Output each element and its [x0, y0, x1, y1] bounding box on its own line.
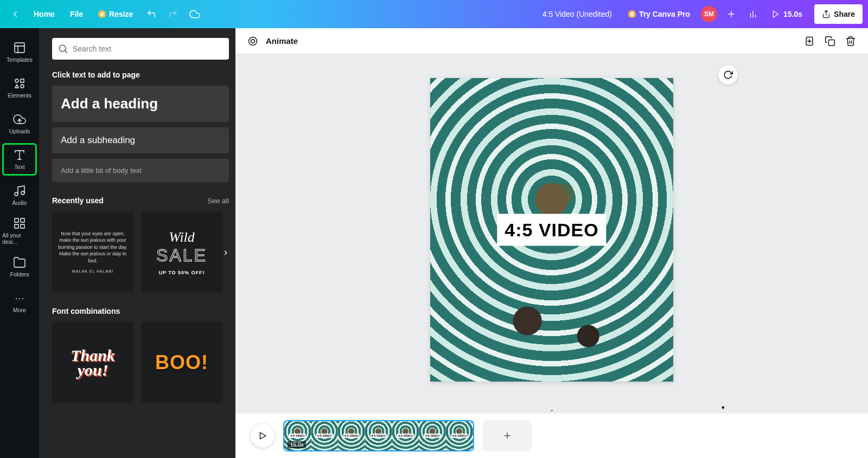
rail-folders-label: Folders: [10, 271, 29, 278]
svg-rect-18: [21, 218, 24, 222]
resize-label: Resize: [109, 10, 133, 18]
home-button[interactable]: Home: [27, 4, 61, 24]
preview-duration-button[interactable]: 15.0s: [765, 4, 809, 24]
cloud-sync-icon[interactable]: [185, 4, 205, 24]
recent-template-sale[interactable]: Wild SALE UP TO 50% OFF!: [141, 211, 222, 293]
svg-rect-11: [21, 79, 24, 82]
svg-rect-19: [21, 224, 24, 228]
collapse-timeline-button[interactable]: ⌄: [549, 405, 554, 413]
svg-point-10: [15, 79, 18, 82]
rail-text[interactable]: Text: [2, 143, 37, 176]
duplicate-page-button[interactable]: [822, 34, 838, 49]
timeline-clip[interactable]: 4:5 VIDEO 4:5 VIDEO 4:5 VIDEO 4:5 VIDEO …: [283, 420, 474, 451]
try-pro-label: Try Canva Pro: [639, 10, 690, 18]
rail-folders[interactable]: Folders: [2, 250, 37, 283]
play-button[interactable]: [251, 424, 275, 448]
rail-text-label: Text: [14, 164, 24, 170]
rail-uploads[interactable]: Uploads: [2, 107, 37, 140]
svg-marker-29: [260, 433, 266, 439]
see-all-recent-link[interactable]: See all: [207, 197, 229, 205]
svg-point-24: [251, 39, 255, 43]
text-panel: Click text to add to page Add a heading …: [39, 28, 235, 458]
canvas-wrap[interactable]: 4:5 VIDEO: [235, 54, 868, 405]
clip-frame: 4:5 VIDEO: [419, 421, 446, 450]
add-heading-button[interactable]: Add a heading: [52, 86, 229, 122]
sale-cursive: Wild: [169, 229, 195, 246]
add-scene-button[interactable]: +: [483, 420, 532, 451]
topbar: Home File ♛ Resize 4:5 Video (Unedited) …: [0, 0, 868, 28]
share-button[interactable]: Share: [814, 4, 863, 24]
rail-elements-label: Elements: [8, 92, 31, 99]
animate-label[interactable]: Animate: [266, 36, 298, 46]
svg-marker-12: [15, 85, 18, 88]
undo-button[interactable]: [142, 4, 161, 24]
sale-sub: UP TO 50% OFF!: [158, 270, 205, 275]
side-rail: Templates Elements Uploads Text Audio Al…: [0, 28, 39, 458]
user-avatar[interactable]: SM: [701, 6, 717, 22]
redo-button[interactable]: [163, 4, 183, 24]
document-title[interactable]: 4:5 Video (Unedited): [535, 10, 620, 18]
svg-rect-17: [15, 218, 18, 222]
svg-rect-7: [15, 43, 24, 53]
clip-frame: 4:5 VIDEO: [446, 421, 473, 450]
svg-point-21: [59, 45, 66, 51]
delete-page-button[interactable]: [843, 34, 858, 49]
more-icon: ⋯: [13, 292, 26, 305]
clip-frame: 4:5 VIDEO: [365, 421, 392, 450]
add-body-button[interactable]: Add a little bit of body text: [52, 159, 229, 182]
search-text-field[interactable]: [73, 44, 224, 53]
font-combo-boo[interactable]: BOO!: [141, 322, 222, 403]
canvas-text-label[interactable]: 4:5 VIDEO: [497, 214, 606, 246]
font-combo-thankyou[interactable]: Thank you!: [52, 322, 133, 403]
add-subheading-button[interactable]: Add a subheading: [52, 127, 229, 153]
rail-all-designs[interactable]: All your desi...: [2, 215, 37, 247]
quote-author: MALAK EL HALABI: [72, 269, 113, 274]
crown-icon: ♛: [628, 10, 636, 18]
canvas[interactable]: 4:5 VIDEO: [430, 78, 673, 382]
clip-frame: 4:5 VIDEO: [392, 421, 419, 450]
duration-label: 15.0s: [783, 10, 802, 18]
playhead-marker-icon[interactable]: ♦: [722, 404, 725, 410]
rail-all-designs-label: All your desi...: [2, 232, 37, 245]
rail-uploads-label: Uploads: [9, 128, 30, 134]
font-combo-row: Thank you! BOO!: [52, 322, 229, 403]
try-pro-button[interactable]: ♛ Try Canva Pro: [622, 4, 697, 24]
svg-rect-20: [15, 224, 18, 228]
svg-point-23: [249, 37, 257, 45]
crown-icon: ♛: [98, 10, 106, 18]
quote-text: Now that your eyes are open, make the su…: [58, 230, 128, 265]
click-hint-label: Click text to add to page: [52, 70, 229, 79]
recent-template-quote[interactable]: Now that your eyes are open, make the su…: [52, 211, 133, 293]
recent-next-button[interactable]: ›: [219, 241, 232, 263]
svg-rect-28: [829, 40, 835, 46]
rail-templates-label: Templates: [7, 56, 33, 63]
context-toolbar: Animate: [235, 28, 868, 54]
animate-icon[interactable]: [245, 34, 260, 49]
rail-more[interactable]: ⋯ More: [2, 286, 37, 319]
search-text-input[interactable]: [52, 38, 229, 60]
font-combos-title: Font combinations: [52, 307, 120, 315]
resize-button[interactable]: ♛ Resize: [92, 4, 139, 24]
rail-audio-label: Audio: [12, 199, 27, 206]
recent-row: Now that your eyes are open, make the su…: [52, 211, 229, 293]
editor-area: Animate 4:5 VIDEO ♦ ⌄: [235, 28, 868, 458]
add-collaborator-button[interactable]: [722, 4, 741, 24]
clip-frame: 4:5 VIDEO: [311, 421, 339, 450]
clip-duration-label: 15.0s: [288, 441, 306, 448]
rail-more-label: More: [13, 307, 26, 313]
file-menu[interactable]: File: [63, 4, 90, 24]
back-button[interactable]: [5, 4, 25, 24]
rail-elements[interactable]: Elements: [2, 72, 37, 104]
insights-button[interactable]: [743, 4, 763, 24]
regenerate-button[interactable]: [718, 65, 738, 85]
svg-marker-5: [773, 11, 778, 17]
clip-frame: 4:5 VIDEO: [338, 421, 365, 450]
search-icon: [58, 43, 68, 54]
timeline-collapse-bar: ♦ ⌄: [235, 405, 868, 414]
timeline: 4:5 VIDEO 4:5 VIDEO 4:5 VIDEO 4:5 VIDEO …: [235, 414, 868, 458]
add-page-button[interactable]: [802, 34, 817, 49]
share-label: Share: [834, 10, 855, 18]
svg-line-22: [65, 51, 67, 53]
rail-audio[interactable]: Audio: [2, 179, 37, 211]
rail-templates[interactable]: Templates: [2, 36, 37, 68]
